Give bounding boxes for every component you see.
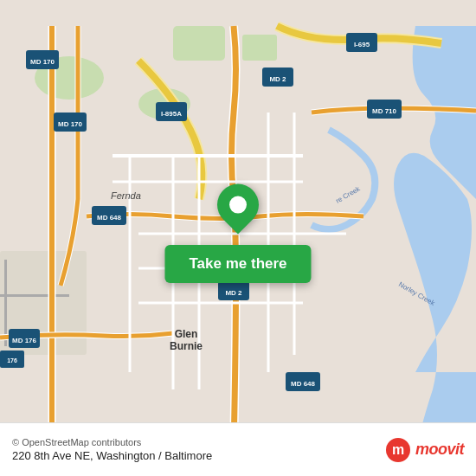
svg-rect-2 xyxy=(242,35,277,61)
address-text: 220 8th Ave NE, Washington / Baltimore xyxy=(12,449,212,462)
svg-text:MD 170: MD 170 xyxy=(58,120,83,128)
svg-rect-7 xyxy=(0,294,69,297)
moovit-logo[interactable]: m moovit xyxy=(384,436,464,464)
svg-text:MD 176: MD 176 xyxy=(12,337,37,344)
svg-rect-1 xyxy=(173,26,225,61)
svg-text:MD 710: MD 710 xyxy=(372,107,397,115)
take-me-there-button[interactable]: Take me there xyxy=(164,245,311,283)
svg-text:Glen: Glen xyxy=(175,328,198,340)
svg-text:176: 176 xyxy=(7,357,17,363)
map-container: MD 170 MD 170 I-895A I-695 MD 2 MD 710 M… xyxy=(0,0,476,476)
svg-text:MD 648: MD 648 xyxy=(291,380,316,388)
svg-text:Fernda: Fernda xyxy=(111,190,141,201)
svg-text:MD 2: MD 2 xyxy=(269,75,286,83)
svg-text:MD 2: MD 2 xyxy=(225,289,242,297)
moovit-wordmark: moovit xyxy=(415,441,464,459)
map-background: MD 170 MD 170 I-895A I-695 MD 2 MD 710 M… xyxy=(0,0,476,476)
svg-rect-6 xyxy=(4,260,7,346)
attribution: © OpenStreetMap contributors xyxy=(12,437,212,447)
moovit-icon: m xyxy=(384,436,412,464)
svg-text:Burnie: Burnie xyxy=(170,340,203,352)
bottom-bar: © OpenStreetMap contributors 220 8th Ave… xyxy=(0,422,476,476)
svg-text:MD 170: MD 170 xyxy=(30,58,55,66)
svg-text:MD 648: MD 648 xyxy=(97,214,122,222)
address-info: © OpenStreetMap contributors 220 8th Ave… xyxy=(12,437,212,462)
svg-text:I-695: I-695 xyxy=(354,41,370,48)
svg-text:m: m xyxy=(392,442,404,457)
svg-text:I-895A: I-895A xyxy=(161,110,182,118)
location-pin xyxy=(217,184,259,226)
